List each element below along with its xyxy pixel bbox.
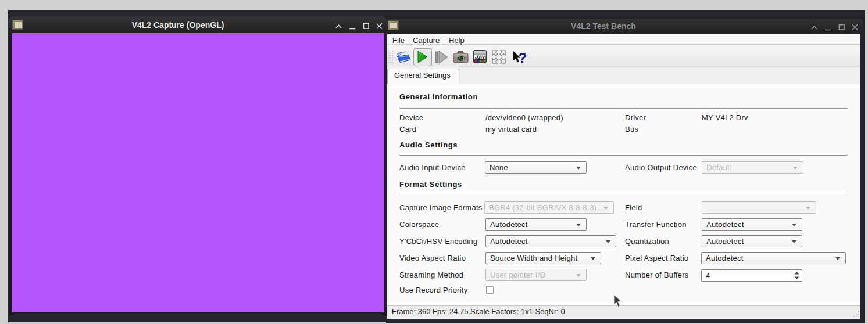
svg-text:RAW: RAW — [474, 54, 485, 60]
svg-text:?: ? — [519, 51, 527, 66]
